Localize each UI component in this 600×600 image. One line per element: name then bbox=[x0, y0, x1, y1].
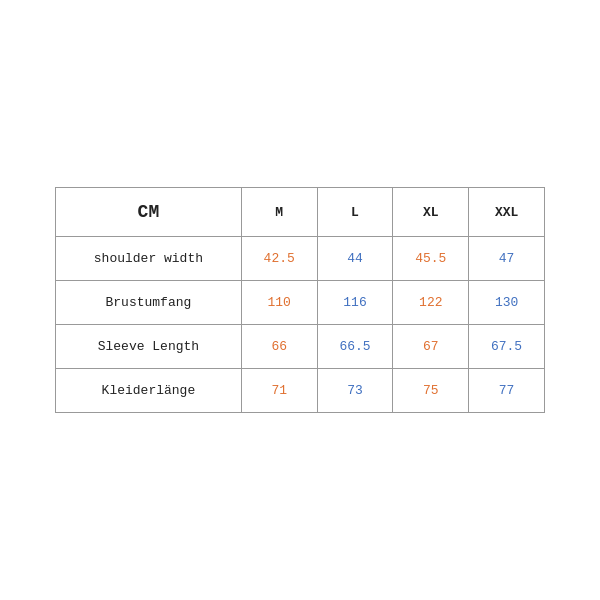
row-sleeve-m: 66 bbox=[241, 325, 317, 369]
row-brust-l: 116 bbox=[317, 281, 393, 325]
header-label-cell: CM bbox=[56, 188, 242, 237]
table-row: Kleiderlänge 71 73 75 77 bbox=[56, 369, 545, 413]
row-brust-xl: 122 bbox=[393, 281, 469, 325]
cm-label: CM bbox=[138, 202, 160, 222]
table-row: shoulder width 42.5 44 45.5 47 bbox=[56, 237, 545, 281]
row-sleeve-xl: 67 bbox=[393, 325, 469, 369]
size-chart-table: CM M L XL XXL shoulder width bbox=[55, 187, 545, 413]
size-chart-wrapper: CM M L XL XXL shoulder width bbox=[55, 187, 545, 413]
row-kleid-xl: 75 bbox=[393, 369, 469, 413]
header-size-l: L bbox=[317, 188, 393, 237]
header-size-xl: XL bbox=[393, 188, 469, 237]
row-shoulder-xxl: 47 bbox=[469, 237, 545, 281]
row-shoulder-m: 42.5 bbox=[241, 237, 317, 281]
row-brust-xxl: 130 bbox=[469, 281, 545, 325]
row-label-kleid: Kleiderlänge bbox=[56, 369, 242, 413]
row-kleid-m: 71 bbox=[241, 369, 317, 413]
row-label-shoulder: shoulder width bbox=[56, 237, 242, 281]
row-label-brustumfang: Brustumfang bbox=[56, 281, 242, 325]
row-shoulder-l: 44 bbox=[317, 237, 393, 281]
table-row: Brustumfang 110 116 122 130 bbox=[56, 281, 545, 325]
row-label-sleeve: Sleeve Length bbox=[56, 325, 242, 369]
row-shoulder-xl: 45.5 bbox=[393, 237, 469, 281]
row-sleeve-xxl: 67.5 bbox=[469, 325, 545, 369]
table-row: Sleeve Length 66 66.5 67 67.5 bbox=[56, 325, 545, 369]
row-kleid-xxl: 77 bbox=[469, 369, 545, 413]
row-brust-m: 110 bbox=[241, 281, 317, 325]
header-size-m: M bbox=[241, 188, 317, 237]
header-size-xxl: XXL bbox=[469, 188, 545, 237]
row-kleid-l: 73 bbox=[317, 369, 393, 413]
row-sleeve-l: 66.5 bbox=[317, 325, 393, 369]
